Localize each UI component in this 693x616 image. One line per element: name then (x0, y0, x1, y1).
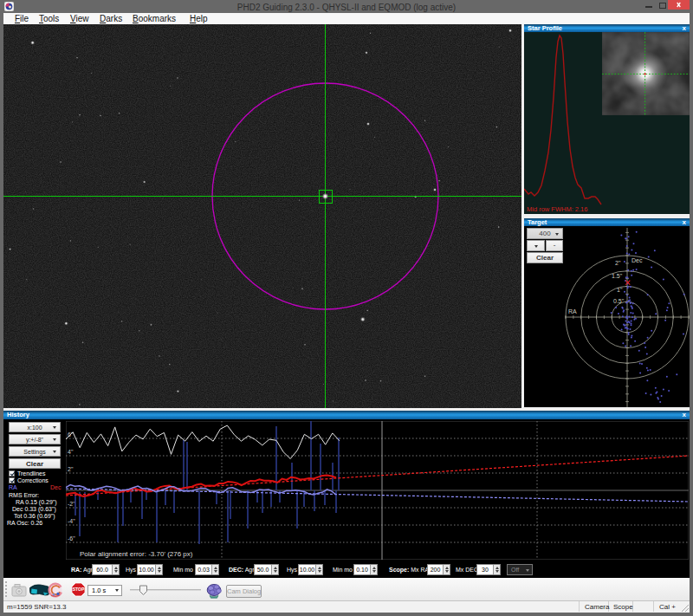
svg-text:4": 4" (68, 449, 74, 455)
svg-text:1": 1" (617, 287, 623, 293)
svg-text:RA: RA (568, 308, 577, 314)
svg-text:0.5": 0.5" (613, 298, 625, 304)
svg-text:Polar alignment error: -3.70': Polar alignment error: -3.70' (276 px) (80, 550, 193, 558)
svg-text:-4": -4" (68, 518, 75, 524)
svg-text:-2": -2" (68, 501, 75, 507)
svg-text:-6": -6" (68, 535, 75, 541)
svg-text:1.5": 1.5" (612, 273, 623, 279)
svg-text:2": 2" (615, 260, 621, 266)
svg-text:Dec: Dec (631, 257, 643, 263)
svg-text:Mid row FWHM: 2.16: Mid row FWHM: 2.16 (527, 205, 587, 213)
svg-text:2": 2" (68, 466, 74, 472)
svg-text:STOP: STOP (73, 587, 85, 592)
